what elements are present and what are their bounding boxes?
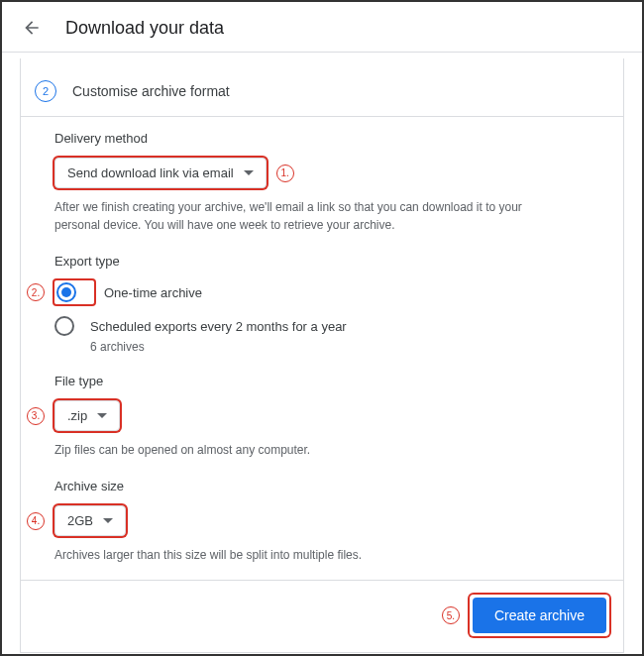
step-footer: 5. Create archive [21, 580, 623, 652]
annotation-5: 5. [442, 606, 460, 624]
export-scheduled-label: Scheduled exports every 2 months for a y… [90, 319, 347, 334]
export-type-label: Export type [54, 254, 590, 269]
file-type-help-text: Zip files can be opened on almost any co… [54, 441, 570, 459]
annotation-4: 4. [27, 512, 45, 530]
archive-size-help-text: Archives larger than this size will be s… [54, 546, 570, 564]
export-one-time-label: One-time archive [104, 285, 202, 300]
chevron-down-icon [244, 170, 254, 176]
file-type-value: .zip [67, 408, 87, 423]
chevron-down-icon [103, 518, 113, 524]
step-header[interactable]: 2 Customise archive format [21, 58, 623, 117]
export-scheduled-radio[interactable] [54, 316, 74, 336]
page-title: Download your data [65, 18, 224, 39]
archive-size-label: Archive size [54, 479, 590, 493]
arrow-back-icon [22, 18, 42, 38]
chevron-down-icon [97, 413, 107, 419]
export-scheduled-sublabel: 6 archives [90, 340, 590, 354]
file-type-label: File type [54, 374, 590, 388]
delivery-method-label: Delivery method [54, 131, 590, 146]
annotation-3: 3. [27, 407, 45, 425]
archive-size-value: 2GB [67, 513, 93, 528]
delivery-help-text: After we finish creating your archive, w… [54, 198, 570, 234]
archive-size-dropdown[interactable]: 2GB [54, 505, 126, 536]
delivery-method-dropdown[interactable]: Send download link via email [54, 158, 267, 188]
step-title: Customise archive format [72, 83, 230, 99]
page-header: Download your data [2, 2, 642, 53]
annotation-1: 1. [276, 164, 294, 182]
file-type-dropdown[interactable]: .zip [54, 400, 120, 431]
annotation-2: 2. [27, 283, 45, 301]
delivery-method-value: Send download link via email [67, 165, 234, 180]
export-one-time-radio[interactable] [56, 282, 76, 302]
step-number-badge: 2 [35, 80, 56, 102]
back-button[interactable] [20, 16, 44, 40]
create-archive-button[interactable]: Create archive [473, 598, 606, 633]
